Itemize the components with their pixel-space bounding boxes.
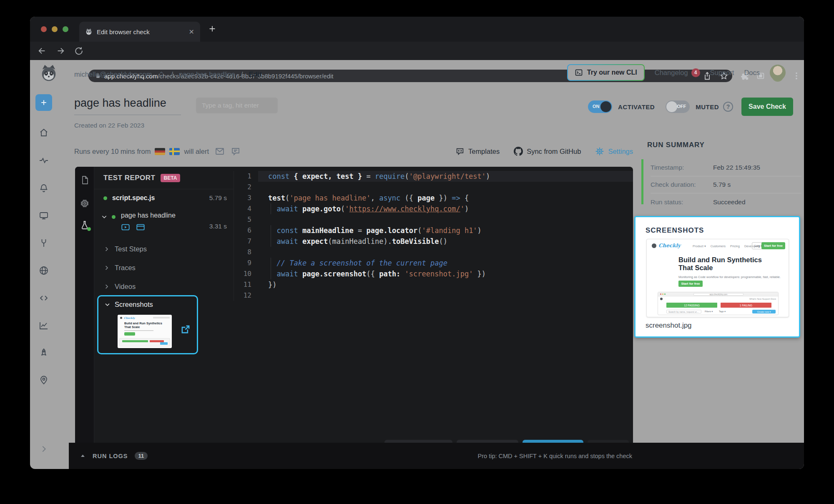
code-line[interactable]: 8 [234, 247, 633, 258]
code-line[interactable]: 2 [234, 182, 633, 193]
runtime-chip-icon[interactable] [80, 198, 90, 208]
templates-button[interactable]: Templates [455, 147, 500, 156]
section-test-steps[interactable]: Test Steps [103, 245, 147, 253]
code-text [258, 182, 633, 193]
sidebar-quickstart-rocket-icon[interactable] [39, 348, 49, 358]
mini-dashboard [119, 338, 170, 346]
sidebar-alerts-bell-icon[interactable] [39, 183, 49, 193]
summary-label: Check duration: [651, 181, 713, 188]
section-traces[interactable]: Traces [103, 264, 136, 272]
code-line[interactable]: 7 await expect(mainHeadline).toBeVisible… [234, 236, 633, 247]
summary-row: Timestamp: Feb 22 15:49:35 [651, 159, 801, 176]
try-cli-button[interactable]: Try our new CLI [567, 64, 645, 81]
open-screenshot-external-icon[interactable] [180, 324, 191, 335]
editor-tool-rail [75, 167, 94, 459]
code-line[interactable]: 11}) [234, 279, 633, 290]
breadcrumb-check-name[interactable]: page has headline [179, 70, 235, 78]
run-logs-drawer[interactable]: RUN LOGS 11 Pro tip: CMD + SHIFT + K qui… [69, 443, 804, 469]
toggle-knob [666, 101, 677, 112]
tab-close-icon[interactable]: ✕ [189, 28, 194, 36]
forward-icon[interactable] [56, 46, 65, 55]
close-window-button[interactable] [41, 26, 47, 32]
mock-search-input: Search by name, request ur... [666, 310, 701, 313]
sidebar-maintenance-icon[interactable] [39, 238, 49, 248]
sidebar-expand-icon[interactable] [39, 444, 48, 454]
new-tab-icon[interactable] [208, 24, 217, 33]
code-line[interactable]: 1const { expect, test } = require('@play… [234, 171, 633, 182]
created-date: Created on 22 Feb 2023 [74, 122, 144, 129]
settings-button[interactable]: Settings [595, 147, 633, 156]
sidebar-locations-pin-icon[interactable] [39, 375, 49, 385]
breadcrumb-edit: Edit [249, 70, 261, 78]
sidebar-activity-icon[interactable] [39, 155, 49, 165]
mock-browser-bar: app.checklyhq.com [658, 292, 778, 296]
run-logs-toggle[interactable]: RUN LOGS 11 [80, 443, 148, 469]
code-line[interactable]: 9 // Take a screenshot of the current pa… [234, 258, 633, 268]
docs-link[interactable]: Docs [744, 69, 760, 77]
video-play-icon[interactable] [121, 223, 130, 232]
code-line[interactable]: 10 await page.screenshot({ path: 'screen… [234, 268, 633, 279]
test-case-name: page has headline [121, 212, 176, 219]
line-number: 3 [234, 193, 258, 203]
code-text [258, 247, 633, 258]
mini-cta-button [124, 332, 135, 336]
code-line[interactable]: 3test('page has headline', async ({ page… [234, 193, 633, 203]
email-alert-icon[interactable] [215, 146, 225, 156]
changelog-link[interactable]: Changelog 4 [655, 68, 700, 77]
screenshot-thumbnail[interactable]: Checkly Build and Run Synthetics That Sc… [118, 315, 172, 348]
file-tab-icon[interactable] [80, 175, 90, 185]
screenshots-section-highlighted[interactable]: Screenshots Checkly Build and Run Synthe… [97, 295, 198, 354]
create-new-button[interactable] [35, 94, 52, 111]
breadcrumb: michelle@checklyhq.com / page has headli… [74, 66, 262, 83]
line-number: 11 [234, 279, 258, 290]
sync-github-button[interactable]: Sync from GitHub [514, 147, 581, 156]
code-line[interactable]: 6 const mainHeadline = page.locator('#la… [234, 225, 633, 236]
beta-badge: BETA [161, 174, 181, 182]
section-screenshots[interactable]: Screenshots [104, 301, 153, 308]
code-line[interactable]: 12 [234, 290, 633, 301]
code-lines: 1const { expect, test } = require('@play… [234, 171, 633, 301]
browser-tab[interactable]: Edit browser check ✕ [79, 22, 200, 42]
tag-input[interactable] [196, 98, 278, 113]
line-number: 1 [234, 171, 258, 182]
minimize-window-button[interactable] [52, 26, 58, 32]
back-icon[interactable] [38, 46, 47, 55]
sidebar-dashboards-icon[interactable] [39, 211, 49, 221]
sidebar-snippets-icon[interactable] [39, 293, 49, 303]
spec-file-row[interactable]: script.spec.js 5.79 s [103, 194, 227, 202]
support-link[interactable]: Support [710, 69, 734, 77]
test-report-flask-icon[interactable] [80, 220, 90, 230]
line-number: 6 [234, 225, 258, 236]
muted-toggle[interactable]: OFF [666, 100, 690, 113]
activated-toggle[interactable]: ON [588, 100, 612, 113]
browser-menu-icon[interactable] [792, 71, 801, 80]
account-selector[interactable]: michelle@checklyhq.com [74, 70, 152, 78]
code-line[interactable]: 5 [234, 214, 633, 225]
code-editor[interactable]: 1const { expect, test } = require('@play… [234, 171, 633, 301]
line-number: 9 [234, 258, 258, 268]
mock-filters: Filters ▾ [705, 310, 713, 313]
browser-window-icon[interactable] [136, 223, 145, 232]
maximize-window-button[interactable] [63, 26, 68, 32]
check-name-input[interactable]: page has headline [74, 97, 181, 115]
save-check-button[interactable]: Save Check [741, 98, 793, 116]
section-videos[interactable]: Videos [103, 283, 136, 291]
site-brand: Checkly [658, 243, 681, 248]
sidebar-analytics-icon[interactable] [39, 321, 49, 331]
screenshot-preview[interactable]: Checkly Product ▾ Customers Pricing Deve… [646, 239, 789, 317]
checkly-logo[interactable] [39, 63, 58, 83]
test-case-row[interactable]: page has headline 3.31 s [101, 210, 227, 237]
user-avatar[interactable] [770, 65, 786, 80]
summary-label: Timestamp: [651, 164, 713, 171]
chevron-down-icon[interactable] [101, 213, 108, 220]
sidebar-private-locations-icon[interactable] [39, 266, 49, 276]
reload-icon[interactable] [74, 46, 83, 55]
chevron-right-icon [103, 283, 110, 290]
chat-alert-icon[interactable] [231, 146, 241, 156]
muted-help-icon[interactable]: ? [723, 102, 733, 112]
tab-title: Edit browser check [97, 28, 185, 35]
sidebar-home-icon[interactable] [39, 128, 49, 138]
account-sort-icon[interactable] [158, 70, 165, 78]
success-dot [103, 196, 107, 200]
code-line[interactable]: 4 await page.goto('https://www.checklyhq… [234, 203, 633, 214]
